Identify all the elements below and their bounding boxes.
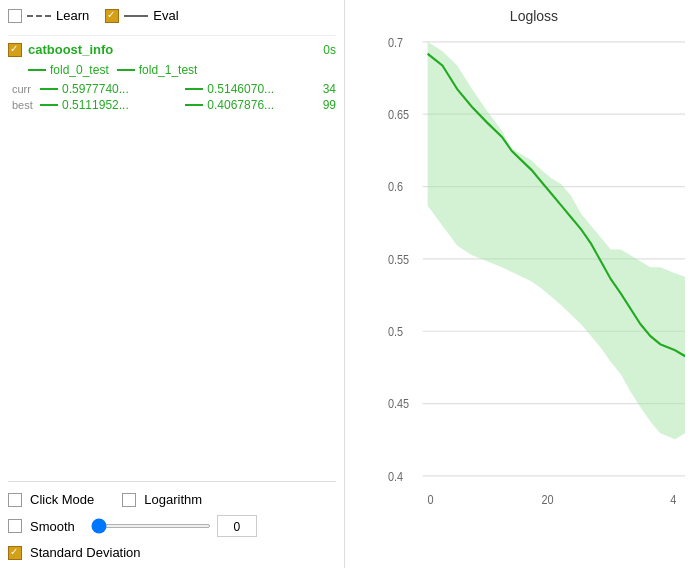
y-label-065: 0.65 [388, 107, 409, 122]
std-dev-checkbox[interactable] [8, 546, 22, 560]
smooth-value: 0 [217, 515, 257, 537]
info-block: catboost_info 0s fold_0_test fold_1_test… [8, 35, 336, 113]
logarithm-label: Logarithm [144, 492, 202, 507]
y-label-05: 0.5 [388, 324, 403, 339]
fold-1-item: fold_1_test [117, 63, 198, 77]
curr-val1: 0.5977740... [62, 82, 177, 96]
legend-row: Learn Eval [8, 8, 336, 23]
eval-checkbox[interactable] [105, 9, 119, 23]
chart-svg: 0.7 0.65 0.6 0.55 0.5 0.45 0.4 0 20 4 [388, 30, 685, 540]
learn-checkbox[interactable] [8, 9, 22, 23]
curr-line-icon [40, 88, 58, 90]
fold-0-item: fold_0_test [28, 63, 109, 77]
chart-area: 0.7 0.65 0.6 0.55 0.5 0.45 0.4 0 20 4 [388, 30, 685, 540]
curr-line2-icon [185, 88, 203, 90]
fold-1-label: fold_1_test [139, 63, 198, 77]
y-label-07: 0.7 [388, 35, 403, 50]
y-label-055: 0.55 [388, 252, 409, 267]
best-num: 99 [323, 98, 336, 112]
left-panel: Learn Eval catboost_info 0s fold_0_test … [0, 0, 345, 568]
click-mode-checkbox[interactable] [8, 493, 22, 507]
learn-line-icon [27, 15, 51, 17]
best-row: best 0.5111952... 0.4067876... 99 [12, 97, 336, 113]
info-header: catboost_info 0s [8, 42, 336, 57]
x-label-20: 20 [541, 492, 553, 507]
best-label: best [12, 99, 40, 111]
click-mode-row: Click Mode [8, 492, 94, 507]
learn-legend-item: Learn [8, 8, 89, 23]
y-label-06: 0.6 [388, 179, 403, 194]
curr-val2: 0.5146070... [207, 82, 322, 96]
curr-label: curr [12, 83, 40, 95]
info-time: 0s [323, 43, 336, 57]
info-checkbox[interactable] [8, 43, 22, 57]
controls: Click Mode Logarithm Smooth 0 Standard D… [8, 481, 336, 560]
chart-title: Logloss [383, 8, 685, 24]
click-mode-label: Click Mode [30, 492, 94, 507]
smooth-label: Smooth [30, 519, 75, 534]
std-dev-row: Standard Deviation [8, 545, 336, 560]
smooth-row: Smooth 0 [8, 515, 336, 537]
learn-label: Learn [56, 8, 89, 23]
folds-row: fold_0_test fold_1_test [8, 63, 336, 77]
top-controls-row: Click Mode Logarithm [8, 492, 336, 507]
logarithm-row: Logarithm [122, 492, 202, 507]
x-label-4: 4 [670, 492, 676, 507]
x-label-0: 0 [428, 492, 434, 507]
fold-0-label: fold_0_test [50, 63, 109, 77]
smooth-checkbox[interactable] [8, 519, 22, 533]
info-title: catboost_info [28, 42, 317, 57]
best-line-icon [40, 104, 58, 106]
logarithm-checkbox[interactable] [122, 493, 136, 507]
smooth-slider[interactable] [91, 524, 211, 528]
smooth-slider-container: 0 [91, 515, 257, 537]
eval-legend-item: Eval [105, 8, 178, 23]
y-label-04: 0.4 [388, 469, 403, 484]
fold-0-line-icon [28, 69, 46, 71]
right-panel: Logloss 0.7 0.65 0.6 0.55 0.5 0.45 0.4 [345, 0, 689, 568]
std-dev-label: Standard Deviation [30, 545, 141, 560]
curr-row: curr 0.5977740... 0.5146070... 34 [12, 81, 336, 97]
best-val1: 0.5111952... [62, 98, 177, 112]
eval-line-icon [124, 15, 148, 17]
fold-1-line-icon [117, 69, 135, 71]
data-rows: curr 0.5977740... 0.5146070... 34 best 0… [8, 81, 336, 113]
y-label-045: 0.45 [388, 396, 409, 411]
curr-num: 34 [323, 82, 336, 96]
best-val2: 0.4067876... [207, 98, 322, 112]
eval-label: Eval [153, 8, 178, 23]
best-line2-icon [185, 104, 203, 106]
